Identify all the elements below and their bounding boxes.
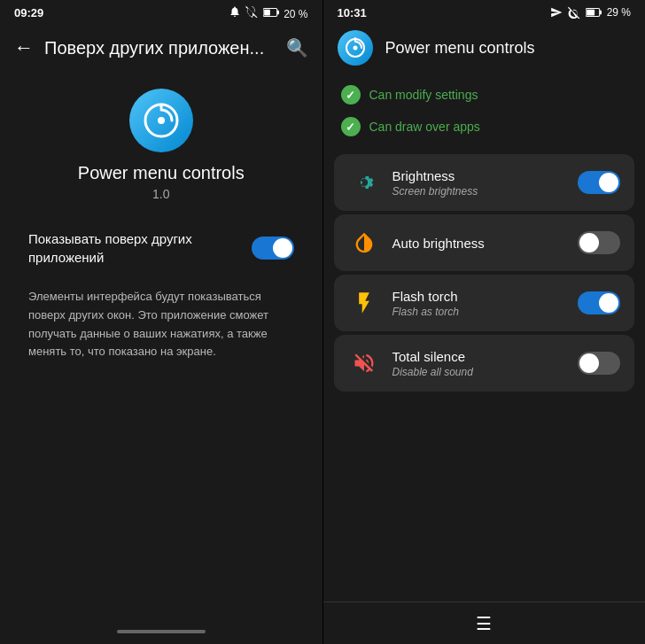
flash-torch-title: Flash torch xyxy=(392,289,566,304)
brightness-text: Brightness Screen brightness xyxy=(392,168,566,198)
brightness-toggle[interactable] xyxy=(578,171,620,194)
bottom-nav: ☰ xyxy=(323,601,646,644)
nav-menu-icon[interactable]: ☰ xyxy=(476,613,492,634)
brightness-icon xyxy=(352,170,377,195)
search-button[interactable]: 🔍 xyxy=(286,37,308,58)
auto-brightness-text: Auto brightness xyxy=(392,236,566,251)
app-icon xyxy=(129,89,193,152)
controls-list: Brightness Screen brightness Auto bright… xyxy=(323,147,646,399)
total-silence-control: Total silence Disable all sound xyxy=(334,335,635,392)
right-status-icons: 29 % xyxy=(550,6,631,19)
flash-torch-toggle-knob xyxy=(599,293,618,313)
right-app-icon xyxy=(338,30,373,66)
left-status-icons-text: 20 % xyxy=(229,5,307,20)
total-silence-toggle[interactable] xyxy=(578,352,620,375)
permissions-section: Can modify settings Can draw over apps xyxy=(323,71,646,147)
brightness-icon-wrapper xyxy=(348,167,380,198)
back-button[interactable]: ← xyxy=(14,36,34,59)
auto-brightness-control: Auto brightness xyxy=(334,214,635,271)
svg-point-10 xyxy=(353,46,357,50)
overlay-setting-label: Показывать поверх других приложений xyxy=(28,229,223,267)
overlay-toggle-knob xyxy=(273,238,292,258)
brightness-title: Brightness xyxy=(392,168,566,183)
total-silence-subtitle: Disable all sound xyxy=(392,366,566,378)
svg-rect-1 xyxy=(277,10,279,14)
right-panel: 10:31 29 % Power menu controls Ca xyxy=(323,0,646,644)
overlay-description: Элементы интерфейса будут показываться п… xyxy=(7,281,315,376)
flash-torch-text: Flash torch Flash as torch xyxy=(392,289,566,318)
auto-brightness-title: Auto brightness xyxy=(392,236,566,251)
brightness-control: Brightness Screen brightness xyxy=(334,154,635,211)
perm-draw-text: Can draw over apps xyxy=(369,120,480,134)
right-panel-title: Power menu controls xyxy=(385,39,535,58)
app-info: Power menu controls 1.0 xyxy=(0,71,322,215)
total-silence-icon xyxy=(352,351,377,376)
right-top-bar: Power menu controls xyxy=(323,25,646,71)
perm-draw-check xyxy=(341,117,361,136)
overlay-toggle[interactable] xyxy=(252,237,294,260)
total-silence-toggle-knob xyxy=(579,353,599,373)
auto-brightness-toggle[interactable] xyxy=(578,231,620,254)
brightness-toggle-knob xyxy=(599,173,618,192)
flash-torch-icon-wrapper xyxy=(348,287,380,319)
perm-modify-check xyxy=(341,85,361,105)
auto-brightness-toggle-knob xyxy=(579,233,599,252)
total-silence-text: Total silence Disable all sound xyxy=(392,349,566,378)
permission-modify: Can modify settings xyxy=(341,81,628,108)
left-nav-bar xyxy=(117,630,206,633)
svg-point-4 xyxy=(158,117,165,124)
overlay-setting-row: Показывать поверх других приложений xyxy=(7,215,315,281)
left-title: Поверх других приложен... xyxy=(44,38,276,58)
left-panel: 09:29 20 % ← Поверх других приложен... 🔍 xyxy=(0,0,322,644)
right-time: 10:31 xyxy=(338,6,367,19)
svg-rect-7 xyxy=(599,11,601,15)
total-silence-title: Total silence xyxy=(392,349,566,364)
flash-torch-icon xyxy=(352,291,377,315)
perm-modify-text: Can modify settings xyxy=(369,88,478,102)
auto-brightness-icon xyxy=(352,230,377,255)
svg-rect-8 xyxy=(587,10,594,16)
app-name: Power menu controls xyxy=(78,163,245,183)
svg-rect-2 xyxy=(264,9,270,15)
left-top-bar: ← Поверх других приложен... 🔍 xyxy=(0,25,322,71)
total-silence-icon-wrapper xyxy=(348,347,380,379)
left-time: 09:29 xyxy=(14,6,43,19)
permission-draw: Can draw over apps xyxy=(341,113,628,140)
app-version: 1.0 xyxy=(152,187,169,201)
brightness-subtitle: Screen brightness xyxy=(392,185,566,198)
left-status-icons: 20 % xyxy=(229,5,307,20)
left-status-bar: 09:29 20 % xyxy=(0,0,322,25)
flash-torch-subtitle: Flash as torch xyxy=(392,306,566,318)
flash-torch-toggle[interactable] xyxy=(578,291,620,314)
auto-brightness-icon-wrapper xyxy=(348,227,380,259)
flash-torch-control: Flash torch Flash as torch xyxy=(334,275,635,331)
right-status-bar: 10:31 29 % xyxy=(323,0,646,25)
